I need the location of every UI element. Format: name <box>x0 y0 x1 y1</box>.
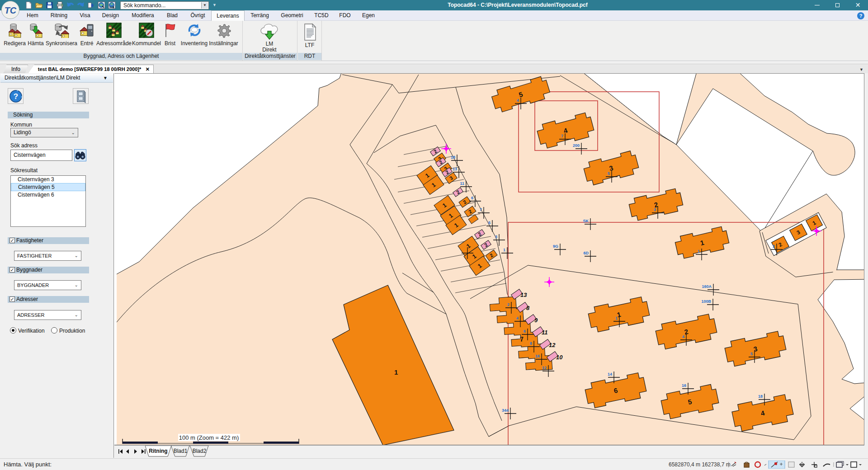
svg-text:8: 8 <box>530 341 532 346</box>
svg-text:13: 13 <box>453 167 457 171</box>
svg-text:4: 4 <box>517 98 519 103</box>
svg-text:?: ? <box>13 92 18 101</box>
svg-text:12: 12 <box>542 366 547 370</box>
svg-text:Blad2: Blad2 <box>193 448 207 454</box>
svg-text:7: 7 <box>519 335 524 343</box>
svg-text:11: 11 <box>542 329 548 336</box>
svg-text:100B: 100B <box>701 299 711 304</box>
svg-text:18: 18 <box>451 155 455 160</box>
svg-text:344: 344 <box>502 408 509 413</box>
svg-text:16: 16 <box>535 354 540 358</box>
svg-text:4: 4 <box>682 334 684 339</box>
svg-text:7: 7 <box>480 207 482 212</box>
svg-text:8: 8 <box>526 305 530 311</box>
svg-text:13: 13 <box>520 291 527 298</box>
svg-text:Ritning: Ritning <box>149 448 167 454</box>
svg-text:7: 7 <box>561 134 563 138</box>
svg-text:2: 2 <box>507 302 509 307</box>
svg-text:18: 18 <box>758 394 763 399</box>
svg-text:5: 5 <box>488 221 491 225</box>
svg-text:5: 5 <box>608 171 610 176</box>
svg-text:10: 10 <box>556 354 563 361</box>
svg-text:1: 1 <box>394 368 398 376</box>
svg-text:6: 6 <box>471 196 473 200</box>
svg-text:160A: 160A <box>702 284 712 289</box>
svg-text:SK: SK <box>583 219 589 223</box>
svg-text:9: 9 <box>534 317 538 324</box>
svg-text:1: 1 <box>503 248 505 252</box>
svg-text:9G: 9G <box>553 244 558 249</box>
svg-text:1: 1 <box>615 316 618 320</box>
svg-text:16: 16 <box>682 383 686 388</box>
svg-text:3: 3 <box>495 235 497 239</box>
svg-text:200: 200 <box>573 143 580 148</box>
svg-text:Blad1: Blad1 <box>174 448 188 454</box>
svg-text:6D: 6D <box>583 251 589 255</box>
svg-text:100 m (Zoom = 422 m): 100 m (Zoom = 422 m) <box>179 434 239 441</box>
svg-text:5: 5 <box>750 352 753 356</box>
svg-text:4: 4 <box>516 316 519 320</box>
svg-text:6: 6 <box>524 329 526 334</box>
svg-text:2: 2 <box>773 244 775 249</box>
svg-text:11: 11 <box>460 181 464 186</box>
svg-text:12: 12 <box>549 342 556 348</box>
svg-text:14: 14 <box>608 372 612 376</box>
svg-text:3: 3 <box>654 207 656 212</box>
svg-text:1: 1 <box>698 249 700 254</box>
